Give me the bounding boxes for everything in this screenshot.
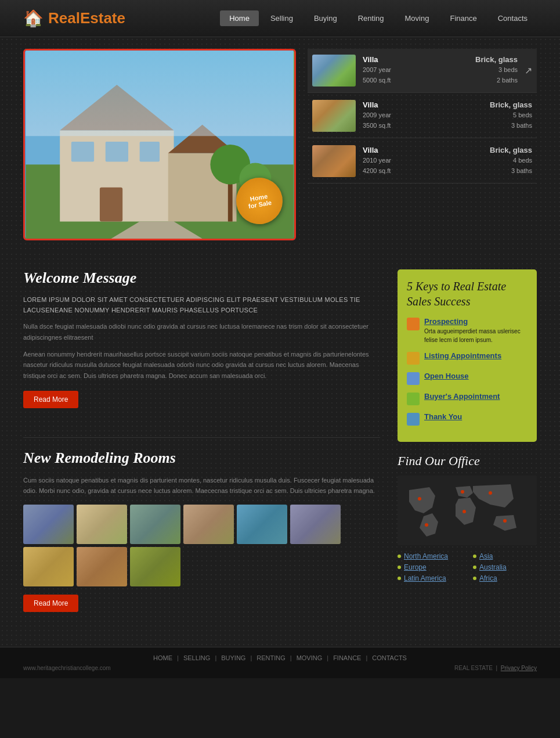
footer-renting-link[interactable]: RENTING xyxy=(256,654,286,661)
nav-buying[interactable]: Buying xyxy=(305,10,346,26)
listing-item[interactable]: Villa 2007 year 5000 sq.ft Brick, glass … xyxy=(308,49,537,93)
australia-link[interactable]: Australia xyxy=(479,563,507,571)
chat-icon xyxy=(407,372,420,385)
footer-sep: | xyxy=(250,654,252,661)
house-icon xyxy=(407,318,420,330)
listing-info-left: Villa 2010 year 4200 sq.ft xyxy=(363,146,483,176)
footer-copyright: www.heritagechristiancollege.com xyxy=(23,665,111,671)
welcome-read-more-button[interactable]: Read More xyxy=(23,391,78,408)
photo-item[interactable] xyxy=(290,505,341,544)
cursor-icon: ↗ xyxy=(525,65,532,76)
key-content: Prospecting Orta augueimperdiet massa us… xyxy=(424,317,528,344)
hero-listings: Villa 2007 year 5000 sq.ft Brick, glass … xyxy=(308,49,537,240)
folder-icon xyxy=(407,352,420,365)
nav-renting[interactable]: Renting xyxy=(349,10,393,26)
svg-rect-7 xyxy=(106,142,128,161)
svg-rect-8 xyxy=(140,142,160,161)
listing-info-left: Villa 2009 year 3500 sq.ft xyxy=(363,100,483,131)
footer-moving-link[interactable]: MOVING xyxy=(297,654,323,661)
photo-item[interactable] xyxy=(23,547,74,586)
remodeling-title: New Remodeling Rooms xyxy=(23,449,380,467)
hero-section: Home for Sale Villa 2007 year 5000 sq.ft… xyxy=(0,37,560,252)
listing-title: Villa xyxy=(363,55,468,64)
listing-appointments-link[interactable]: Listing Appointments xyxy=(424,351,501,360)
photo-item[interactable] xyxy=(183,505,234,544)
listing-info-right: Brick, glass 4 beds 3 baths xyxy=(490,146,532,176)
listing-sqft: 4200 sq.ft xyxy=(363,166,483,177)
footer-finance-link[interactable]: FINANCE xyxy=(333,654,361,661)
listing-beds: 4 beds xyxy=(490,156,532,166)
listing-material: Brick, glass xyxy=(475,55,518,64)
listing-info-right: Brick, glass 3 beds 2 baths xyxy=(475,55,518,85)
photo-item[interactable] xyxy=(77,505,127,544)
svg-point-22 xyxy=(463,510,466,513)
hero-image: Home for Sale xyxy=(23,49,296,240)
asia-link[interactable]: Asia xyxy=(479,552,493,560)
office-link-australia: Australia xyxy=(473,563,537,571)
footer-nav: HOME | SELLING | BUYING | RENTING | MOVI… xyxy=(23,654,537,661)
listing-thumbnail xyxy=(312,145,356,177)
nav-finance[interactable]: Finance xyxy=(440,10,486,26)
logo-icon: 🏠 xyxy=(23,9,44,28)
nav-contacts[interactable]: Contacts xyxy=(489,10,537,26)
photo-item[interactable] xyxy=(130,547,180,586)
key-item-listing: Listing Appointments xyxy=(407,351,528,365)
footer-home-link[interactable]: HOME xyxy=(153,654,172,661)
footer-selling-link[interactable]: SELLING xyxy=(183,654,210,661)
thank-you-link[interactable]: Thank You xyxy=(424,412,462,421)
section-divider xyxy=(23,437,380,438)
open-house-link[interactable]: Open House xyxy=(424,372,469,380)
office-dot xyxy=(473,555,476,558)
listing-baths: 2 baths xyxy=(475,75,518,86)
footer-sep: | xyxy=(177,654,179,661)
welcome-text-main: LOREM IPSUM DOLOR SIT AMET CONSECTETUER … xyxy=(23,295,380,315)
latin-america-link[interactable]: Latin America xyxy=(404,574,446,582)
svg-point-21 xyxy=(425,523,428,527)
key-item-prospecting: Prospecting Orta augueimperdiet massa us… xyxy=(407,317,528,344)
svg-rect-9 xyxy=(100,188,122,222)
office-link-europe: Europe xyxy=(398,563,461,571)
office-link-north-america: North America xyxy=(398,552,461,560)
key-content: Thank You xyxy=(424,412,462,421)
prospecting-link[interactable]: Prospecting xyxy=(424,317,528,326)
africa-link[interactable]: Africa xyxy=(479,574,497,582)
europe-link[interactable]: Europe xyxy=(404,563,427,571)
office-link-latin-america: Latin America xyxy=(398,574,461,582)
photo-item[interactable] xyxy=(23,505,74,544)
key-desc: Orta augueimperdiet massa uslerisec feli… xyxy=(424,327,528,344)
buyer-appointment-link[interactable]: Buyer's Appointment xyxy=(424,392,500,401)
photo-item[interactable] xyxy=(130,505,180,544)
footer-contacts-link[interactable]: CONTACTS xyxy=(372,654,407,661)
office-dot xyxy=(398,577,401,580)
photo-item[interactable] xyxy=(237,505,287,544)
footer-sep: | xyxy=(290,654,292,661)
footer-sep: | xyxy=(215,654,216,661)
privacy-policy-link[interactable]: Privacy Policy xyxy=(501,665,537,671)
footer-sep: | xyxy=(366,654,367,661)
listing-title: Villa xyxy=(363,100,483,109)
office-dot xyxy=(398,555,401,558)
listing-item[interactable]: Villa 2010 year 4200 sq.ft Brick, glass … xyxy=(308,139,537,183)
header: 🏠 RealEstate Home Selling Buying Renting… xyxy=(0,0,560,37)
footer: HOME | SELLING | BUYING | RENTING | MOVI… xyxy=(0,647,560,678)
remodeling-text: Cum sociis natoque penatibus et magnis d… xyxy=(23,475,380,496)
listing-sqft: 5000 sq.ft xyxy=(363,75,468,86)
listing-material: Brick, glass xyxy=(490,146,532,154)
left-column: Welcome Message LOREM IPSUM DOLOR SIT AM… xyxy=(23,269,380,629)
office-col-left: North America Europe Latin America xyxy=(398,552,461,585)
photo-item[interactable] xyxy=(77,547,127,586)
remodeling-read-more-button[interactable]: Read More xyxy=(23,595,78,612)
welcome-text-sub: Nulla dsce feugiat malesuada odiobi nunc… xyxy=(23,321,380,343)
keys-title: 5 Keys to Real Estate Sales Success xyxy=(407,279,528,309)
listing-item[interactable]: Villa 2009 year 3500 sq.ft Brick, glass … xyxy=(308,94,537,138)
nav-selling[interactable]: Selling xyxy=(261,10,302,26)
nav-home[interactable]: Home xyxy=(220,10,259,26)
key-content: Listing Appointments xyxy=(424,351,501,360)
logo-text: RealEstate xyxy=(48,9,125,27)
nav-moving[interactable]: Moving xyxy=(396,10,439,26)
north-america-link[interactable]: North America xyxy=(404,552,448,560)
keys-box: 5 Keys to Real Estate Sales Success Pros… xyxy=(398,269,537,442)
key-content: Open House xyxy=(424,372,469,380)
office-dot xyxy=(473,577,476,580)
footer-buying-link[interactable]: BUYING xyxy=(221,654,245,661)
